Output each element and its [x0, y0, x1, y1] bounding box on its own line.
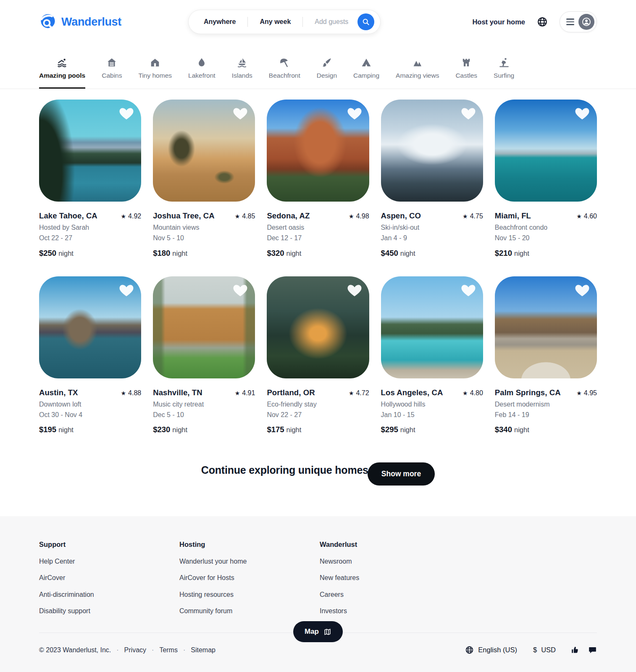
listing-card-los-angeles-ca[interactable]: Los Angeles, CA ★4.80 Hollywood hills Ja…: [381, 276, 483, 435]
heart-icon[interactable]: [232, 282, 248, 298]
chat-icon[interactable]: [588, 646, 597, 654]
language-selector[interactable]: English (US): [465, 646, 517, 654]
listing-card-lake-tahoe-ca[interactable]: Lake Tahoe, CA ★4.92 Hosted by Sarah Oct…: [39, 100, 141, 258]
listing-location: Joshua Tree, CA: [153, 211, 214, 220]
globe-icon[interactable]: [537, 16, 548, 27]
tab-design[interactable]: Design: [317, 57, 337, 89]
listing-photo: [39, 100, 141, 202]
footer-link-wanderlust-your-home[interactable]: Wanderlust your home: [179, 558, 320, 565]
listing-card-aspen-co[interactable]: Aspen, CO ★4.75 Ski-in/ski-out Jan 4 - 9…: [381, 100, 483, 258]
footer-link-anti-discrimination[interactable]: Anti-discrimination: [39, 591, 179, 598]
legal-link-privacy[interactable]: Privacy: [124, 646, 146, 654]
thumbs-up-icon[interactable]: [571, 646, 580, 654]
listing-card-miami-fl[interactable]: Miami, FL ★4.60 Beachfront condo Nov 15 …: [495, 100, 597, 258]
sailboat-icon: [237, 57, 247, 68]
footer-link-help-center[interactable]: Help Center: [39, 558, 179, 565]
search-button[interactable]: [357, 13, 374, 30]
listing-price: $180night: [153, 249, 255, 258]
listing-location: Los Angeles, CA: [381, 388, 443, 397]
footer-link-hosting-resources[interactable]: Hosting resources: [179, 591, 320, 598]
heart-icon[interactable]: [347, 105, 363, 121]
divider: [302, 17, 303, 27]
tab-camping[interactable]: Camping: [353, 57, 379, 89]
heart-icon[interactable]: [118, 282, 134, 298]
map-button[interactable]: Map: [293, 621, 343, 642]
footer-link-aircover-for-hosts[interactable]: AirCover for Hosts: [179, 574, 320, 582]
legal-link-terms[interactable]: Terms: [159, 646, 178, 654]
footer-link-disability-support[interactable]: Disability support: [39, 607, 179, 615]
listing-price: $340night: [495, 425, 597, 434]
search-bar[interactable]: Anywhere Any week Add guests: [188, 10, 381, 34]
beach-umbrella-icon: [279, 57, 290, 68]
tab-beachfront[interactable]: Beachfront: [269, 57, 300, 89]
listing-card-palm-springs-ca[interactable]: Palm Springs, CA ★4.95 Desert modernism …: [495, 276, 597, 435]
footer-column-support: Support Help CenterAirCoverAnti-discrimi…: [39, 541, 179, 615]
listing-location: Portland, OR: [267, 388, 315, 397]
search-anywhere[interactable]: Anywhere: [204, 18, 236, 26]
listings-grid: Lake Tahoe, CA ★4.92 Hosted by Sarah Oct…: [0, 89, 636, 434]
tab-amazing-pools[interactable]: Amazing pools: [39, 57, 85, 89]
heart-icon[interactable]: [574, 282, 590, 298]
footer-column-title: Hosting: [179, 541, 320, 549]
tab-surfing[interactable]: Surfing: [494, 57, 514, 89]
header: Wanderlust Anywhere Any week Add guests …: [0, 0, 636, 44]
search-any-week[interactable]: Any week: [260, 18, 291, 26]
tab-label: Camping: [353, 72, 379, 79]
tab-islands[interactable]: Islands: [232, 57, 252, 89]
footer-link-community-forum[interactable]: Community forum: [179, 607, 320, 615]
listing-photo: [495, 276, 597, 378]
tab-amazing-views[interactable]: Amazing views: [396, 57, 439, 89]
legal-link-sitemap[interactable]: Sitemap: [191, 646, 216, 654]
heart-icon[interactable]: [574, 105, 590, 121]
footer-column-hosting: Hosting Wanderlust your homeAirCover for…: [179, 541, 320, 615]
dot-separator: ·: [116, 646, 118, 654]
tab-tiny-homes[interactable]: Tiny homes: [138, 57, 172, 89]
search-add-guests[interactable]: Add guests: [315, 18, 348, 26]
listing-card-austin-tx[interactable]: Austin, TX ★4.88 Downtown loft Oct 30 - …: [39, 276, 141, 435]
tab-cabins[interactable]: Cabins: [102, 57, 122, 89]
footer-link-newsroom[interactable]: Newsroom: [320, 558, 460, 565]
tab-lakefront[interactable]: Lakefront: [188, 57, 216, 89]
listing-photo: [39, 276, 141, 378]
listing-card-portland-or[interactable]: Portland, OR ★4.72 Eco-friendly stay Nov…: [267, 276, 369, 435]
castle-icon: [461, 57, 472, 68]
heart-icon[interactable]: [232, 105, 248, 121]
header-right: Host your home: [472, 11, 597, 32]
listing-photo: [153, 276, 255, 378]
tent-icon: [361, 57, 372, 68]
listing-photo: [267, 100, 369, 202]
footer-column-title: Wanderlust: [320, 541, 460, 549]
listing-rating: ★4.92: [121, 213, 141, 220]
footer-link-aircover[interactable]: AirCover: [39, 574, 179, 582]
pool-icon: [57, 57, 68, 68]
surfer-icon: [499, 57, 510, 68]
heart-icon[interactable]: [347, 282, 363, 298]
star-icon: ★: [235, 213, 240, 220]
explore-section: Continue exploring unique homes Show mor…: [0, 459, 636, 482]
heart-icon[interactable]: [460, 105, 476, 121]
footer-link-investors[interactable]: Investors: [320, 607, 460, 615]
listing-dates: Jan 10 - 15: [381, 410, 483, 420]
wanderlust-logo[interactable]: Wanderlust: [39, 13, 121, 31]
user-menu-button[interactable]: [560, 11, 597, 32]
listing-rating: ★4.85: [235, 213, 255, 220]
tab-castles[interactable]: Castles: [455, 57, 477, 89]
search-icon: [362, 18, 370, 26]
show-more-button[interactable]: Show more: [368, 462, 435, 486]
footer-columns: Support Help CenterAirCoverAnti-discrimi…: [39, 541, 597, 615]
listing-card-sedona-az[interactable]: Sedona, AZ ★4.98 Desert oasis Dec 12 - 1…: [267, 100, 369, 258]
listing-dates: Nov 22 - 27: [267, 410, 369, 420]
currency-selector[interactable]: $ USD: [533, 646, 556, 654]
footer-link-careers[interactable]: Careers: [320, 591, 460, 598]
heart-icon[interactable]: [118, 105, 134, 121]
listing-dates: Feb 14 - 19: [495, 410, 597, 420]
host-your-home-link[interactable]: Host your home: [472, 18, 525, 26]
listing-rating: ★4.91: [235, 389, 255, 397]
footer-link-new-features[interactable]: New features: [320, 574, 460, 582]
listing-card-joshua-tree-ca[interactable]: Joshua Tree, CA ★4.85 Mountain views Nov…: [153, 100, 255, 258]
heart-icon[interactable]: [460, 282, 476, 298]
tab-label: Lakefront: [188, 72, 216, 79]
listing-card-nashville-tn[interactable]: Nashville, TN ★4.91 Music city retreat D…: [153, 276, 255, 435]
droplet-icon: [196, 57, 207, 68]
listing-rating: ★4.98: [349, 213, 369, 220]
